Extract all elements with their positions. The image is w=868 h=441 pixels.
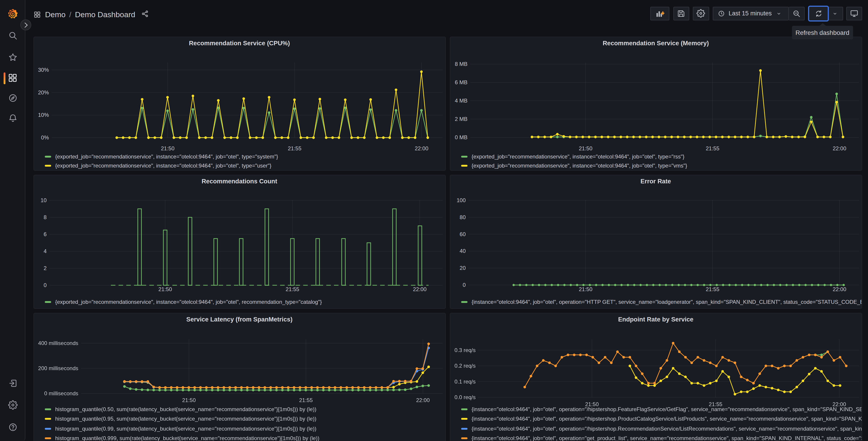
svg-text:200 milliseconds: 200 milliseconds: [38, 365, 78, 371]
svg-text:400 milliseconds: 400 milliseconds: [38, 340, 78, 346]
svg-text:0.1 req/s: 0.1 req/s: [454, 378, 475, 384]
svg-text:0 MB: 0 MB: [455, 134, 467, 140]
svg-text:4 MB: 4 MB: [455, 97, 467, 104]
svg-text:80: 80: [459, 214, 465, 220]
svg-text:100: 100: [456, 197, 465, 203]
svg-text:21:55: 21:55: [285, 286, 299, 292]
svg-text:21:55: 21:55: [288, 145, 301, 151]
svg-text:0: 0: [43, 282, 46, 288]
svg-text:6: 6: [43, 231, 46, 237]
svg-text:22:00: 22:00: [413, 286, 426, 292]
svg-text:10%: 10%: [38, 112, 49, 118]
svg-text:22:00: 22:00: [416, 397, 430, 403]
svg-text:8: 8: [43, 214, 46, 220]
svg-text:20%: 20%: [38, 89, 49, 95]
svg-text:0.2 req/s: 0.2 req/s: [454, 362, 475, 369]
svg-text:60: 60: [459, 231, 465, 237]
svg-text:2: 2: [43, 265, 46, 271]
svg-text:0.3 req/s: 0.3 req/s: [454, 347, 475, 353]
svg-text:21:55: 21:55: [706, 286, 719, 292]
svg-text:0.0 req/s: 0.0 req/s: [454, 394, 475, 400]
svg-text:21:50: 21:50: [158, 286, 172, 292]
svg-text:22:00: 22:00: [414, 145, 428, 151]
svg-text:6 MB: 6 MB: [455, 79, 467, 85]
svg-text:22:00: 22:00: [833, 286, 846, 292]
svg-text:20: 20: [459, 265, 465, 271]
svg-text:21:55: 21:55: [706, 145, 719, 151]
svg-text:22:00: 22:00: [833, 145, 846, 151]
svg-text:40: 40: [459, 248, 465, 254]
svg-text:0%: 0%: [41, 134, 49, 140]
svg-text:2 MB: 2 MB: [455, 116, 467, 122]
svg-text:21:50: 21:50: [579, 145, 592, 151]
svg-text:10: 10: [40, 197, 46, 203]
svg-text:21:55: 21:55: [299, 397, 312, 403]
svg-text:21:50: 21:50: [161, 145, 174, 151]
svg-text:0: 0: [463, 282, 465, 288]
svg-text:8 MB: 8 MB: [455, 61, 467, 67]
svg-text:0 milliseconds: 0 milliseconds: [44, 390, 78, 396]
svg-text:4: 4: [43, 248, 46, 254]
svg-text:21:50: 21:50: [182, 397, 195, 403]
svg-text:30%: 30%: [38, 66, 49, 73]
svg-text:21:50: 21:50: [579, 286, 592, 292]
